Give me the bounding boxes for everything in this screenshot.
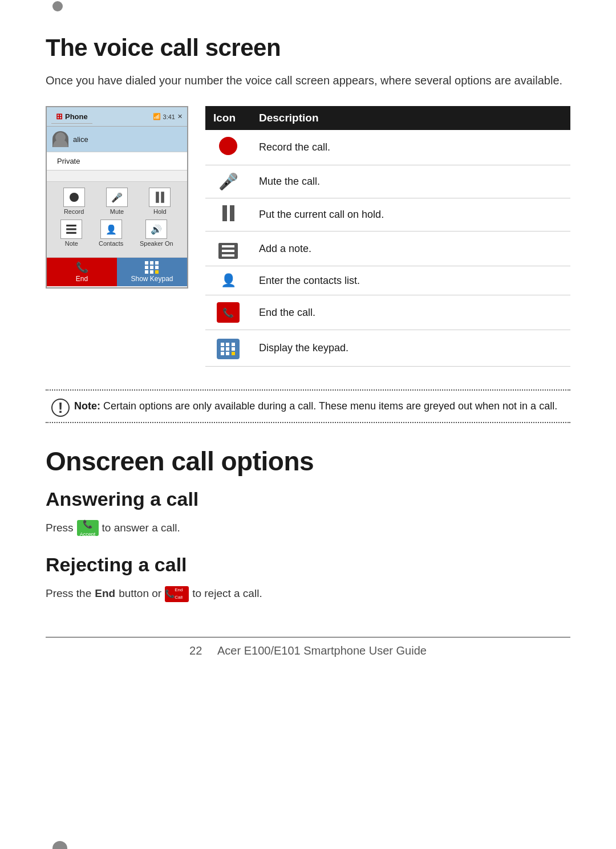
phone-contact-private: Private [47,152,187,170]
section1-title: The voice call screen [46,34,570,62]
note-box: ! Note: Certain options are only availab… [46,389,570,423]
end-bold-text: End [95,585,115,602]
rejecting-call-text: Press the End button or 📞 End Call to re… [46,585,570,602]
table-desc-note: Add a note. [251,231,570,266]
table-icon-keypad [205,330,251,367]
table-row-note: Add a note. [205,231,570,266]
end-call-phone-icon: 📞 [165,587,175,600]
phone-speaker-btn[interactable]: 🔊 Speaker On [140,220,173,247]
keypad-display-icon [217,339,240,359]
phone-status-icons: 📶 3:41 ✕ [153,113,183,120]
intro-text: Once you have dialed your number the voi… [46,72,570,89]
footer: 22 Acer E100/E101 Smartphone User Guide [46,644,570,657]
table-desc-mute: Mute the call. [251,165,570,198]
note-icon [60,220,82,239]
record-label: Record [64,208,84,215]
contact-private-name: Private [57,157,80,165]
end-call-label: End Call [175,587,189,602]
close-icon: ✕ [177,113,183,120]
accept-call-button-icon: 📞 Accept [77,520,99,536]
contact-alice-name: alice [73,135,88,144]
table-icon-record [205,130,251,165]
table-row-hold: Put the current call on hold. [205,198,570,231]
phone-record-btn[interactable]: Record [63,188,85,215]
rejecting-call-title: Rejecting a call [46,554,570,576]
end-phone-icon: 📞 [76,261,88,274]
note-label: Note [65,240,78,247]
phone-contact-alice: alice [47,127,187,152]
end-label: End [76,275,88,283]
note-bold-label: Note: [74,400,100,412]
table-row-contacts: 👤 Enter the contacts list. [205,266,570,295]
contacts-icon: 👤 [100,220,122,239]
table-icon-end: 📞 [205,295,251,330]
table-row-record: Record the call. [205,130,570,165]
accept-phone-icon: 📞 [83,518,92,530]
voice-call-section: ⊞ Phone 📶 3:41 ✕ alice Private [46,106,570,367]
mute-label: Mute [110,208,124,215]
button-text: button or [119,585,161,602]
table-row-mute: 🎤 Mute the call. [205,165,570,198]
note-exclamation-icon: ! [51,399,70,417]
contacts-label: Contacts [99,240,123,247]
phone-mute-btn[interactable]: 🎤 Mute [106,188,128,215]
hold-label: Hold [153,208,167,215]
end-call-button-icon: 📞 End Call [165,586,189,602]
table-icon-hold [205,198,251,231]
table-desc-hold: Put the current call on hold. [251,198,570,231]
table-row-keypad: Display the keypad. [205,330,570,367]
footer-page: 22 [189,644,202,657]
record-circle-icon [219,137,237,155]
phone-btn-row1: Record 🎤 Mute Hold [52,188,181,215]
press-text-2: Press the [46,585,91,602]
hold-icon [149,188,171,207]
table-icon-mute: 🎤 [205,165,251,198]
accept-label: Accept [80,530,96,538]
footer-title: Acer E100/E101 Smartphone User Guide [217,644,427,657]
keypad-grid-icon [145,261,160,274]
keypad-dots [221,343,236,355]
phone-hold-btn[interactable]: Hold [149,188,171,215]
end-call-icon: 📞 [217,302,240,323]
answer-text: to answer a call. [102,519,180,537]
press-text-1: Press [46,519,74,537]
footer-divider [46,637,570,637]
note-text: Certain options are only available durin… [103,400,557,412]
avatar-alice [52,131,68,147]
table-icon-note [205,231,251,266]
answering-call-title: Answering a call [46,488,570,510]
phone-app-name: Phone [65,112,88,121]
time-display: 3:41 [163,113,175,120]
reject-text: to reject a call. [192,585,262,602]
speaker-icon: 🔊 [145,220,167,239]
icon-description-table: Icon Description Record the call. 🎤 Mute… [205,106,570,367]
table-desc-end: End the call. [251,295,570,330]
speaker-label: Speaker On [140,240,173,247]
phone-note-btn[interactable]: Note [60,220,82,247]
mute-mic-icon: 🎤 [218,172,238,191]
table-header-icon: Icon [205,106,251,130]
phone-bottom-row: 📞 End Show Keypad [47,258,187,286]
windows-logo-icon: ⊞ [56,112,63,121]
phone-contacts-btn[interactable]: 👤 Contacts [99,220,123,247]
hold-bars-icon [222,205,234,221]
table-icon-contacts: 👤 [205,266,251,295]
table-desc-record: Record the call. [251,130,570,165]
mute-icon: 🎤 [106,188,128,207]
table-desc-keypad: Display the keypad. [251,330,570,367]
phone-end-btn[interactable]: 📞 End [47,258,117,286]
phone-app-label: ⊞ Phone [51,109,92,124]
answering-call-text: Press 📞 Accept to answer a call. [46,519,570,537]
table-row-end: 📞 End the call. [205,295,570,330]
phone-mockup: ⊞ Phone 📶 3:41 ✕ alice Private [46,106,188,289]
phone-topbar: ⊞ Phone 📶 3:41 ✕ [47,107,187,127]
table-desc-contacts: Enter the contacts list. [251,266,570,295]
phone-btn-row2: Note 👤 Contacts 🔊 Speaker On [52,220,181,247]
section2-title: Onscreen call options [46,446,570,477]
table-header-desc: Description [251,106,570,130]
keypad-label: Show Keypad [131,275,173,283]
signal-icon: 📶 [153,113,161,120]
phone-keypad-btn[interactable]: Show Keypad [117,258,187,286]
phone-buttons-area: Record 🎤 Mute Hold [47,182,187,258]
note-menu-icon [218,243,238,259]
